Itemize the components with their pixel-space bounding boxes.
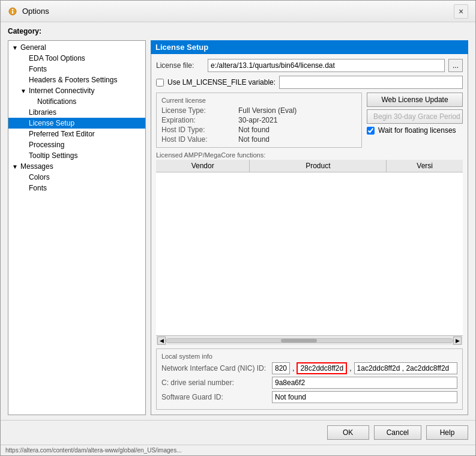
col-vendor: Vendor	[156, 160, 250, 172]
wait-checkbox[interactable]	[367, 127, 375, 135]
bottom-buttons: OK Cancel Help	[1, 420, 475, 445]
web-license-btn[interactable]: Web License Update	[367, 93, 463, 107]
sidebar-item-colors[interactable]: Colors	[8, 172, 145, 183]
sidebar-label-notif: Notifications	[37, 97, 76, 106]
sidebar-item-libraries[interactable]: Libraries	[8, 107, 145, 118]
svg-point-1	[12, 8, 13, 10]
sidebar-item-general[interactable]: ▼ General	[8, 42, 145, 53]
host-id-value: Not found	[238, 135, 357, 144]
current-license-title: Current license	[161, 97, 357, 104]
sidebar-item-notifications[interactable]: Notifications	[8, 96, 145, 107]
drive-value[interactable]	[272, 377, 457, 389]
sidebar-item-processing[interactable]: Processing	[8, 139, 145, 150]
license-buttons: Web License Update Begin 30-day Grace Pe…	[367, 93, 463, 148]
sidebar-item-internet-connectivity[interactable]: ▼ Internet Connectivity	[8, 85, 145, 96]
sidebar-item-eda-tool-options[interactable]: EDA Tool Options	[8, 53, 145, 64]
status-bar: https://altera.com/content/dam/altera-ww…	[1, 445, 475, 455]
license-file-row: License file: ...	[156, 59, 463, 72]
local-info-section: Local system info Network Interface Card…	[156, 348, 463, 410]
browse-button[interactable]: ...	[448, 59, 463, 72]
nic-separator-1: ,	[292, 364, 294, 372]
sidebar-label-tooltip: Tooltip Settings	[29, 151, 77, 160]
category-label: Category:	[8, 27, 468, 35]
sidebar-label-fonts-msg: Fonts	[29, 184, 47, 192]
license-file-label: License file:	[156, 61, 204, 70]
expand-icon-messages: ▼	[12, 163, 18, 170]
local-info-title: Local system info	[161, 353, 457, 360]
sidebar-label-internet: Internet Connectivity	[29, 87, 94, 95]
scrollbar-thumb[interactable]	[281, 339, 317, 342]
lm-checkbox[interactable]	[156, 79, 164, 87]
nic-value-1: 820	[272, 362, 290, 374]
sidebar-item-fonts-general[interactable]: Fonts	[8, 64, 145, 74]
sidebar-item-messages[interactable]: ▼ Messages	[8, 161, 145, 172]
table-body	[156, 172, 463, 335]
license-file-input[interactable]	[208, 59, 445, 72]
table-title: Licensed AMPP/MegaCore functions:	[156, 151, 463, 159]
grace-period-btn[interactable]: Begin 30-day Grace Period	[367, 109, 463, 124]
host-id-type-value: Not found	[238, 126, 357, 134]
nic-separator-2: ,	[349, 364, 351, 372]
sidebar-label-processing: Processing	[29, 141, 64, 149]
table-outer: Vendor Product Versi ◀ ▶	[156, 160, 463, 345]
col-version: Versi	[387, 160, 463, 172]
title-bar-left: Options	[8, 7, 49, 16]
host-id-type-label: Host ID Type:	[161, 126, 233, 134]
sidebar-item-preferred-text-editor[interactable]: Preferred Text Editor	[8, 129, 145, 139]
expand-icon-general: ▼	[12, 44, 18, 51]
col-product: Product	[250, 160, 387, 172]
current-license-section: Current license License Type: Full Versi…	[156, 93, 362, 148]
drive-row: C: drive serial number:	[161, 377, 457, 389]
wait-checkbox-label: Wait for floating licenses	[378, 126, 456, 135]
license-info-grid: License Type: Full Version (Eval) Expira…	[161, 106, 357, 144]
license-type-value: Full Version (Eval)	[238, 106, 357, 115]
scroll-right-btn[interactable]: ▶	[453, 336, 462, 345]
wait-checkbox-row: Wait for floating licenses	[367, 126, 463, 135]
status-text: https://altera.com/content/dam/altera-ww…	[5, 447, 181, 454]
expiration-label: Expiration:	[161, 116, 233, 124]
panel-header: License Setup	[151, 40, 468, 54]
nic-label: Network Interface Card (NIC) ID:	[161, 364, 270, 372]
help-button[interactable]: Help	[426, 425, 468, 440]
expiration-value: 30-apr-2021	[238, 116, 357, 124]
sidebar-item-headers-footers[interactable]: Headers & Footers Settings	[8, 74, 145, 85]
lm-value-input[interactable]	[279, 76, 463, 89]
dialog-icon	[8, 7, 17, 16]
sidebar-item-fonts-messages[interactable]: Fonts	[8, 183, 145, 193]
nic-value-2: 28c2ddc8ff2d	[297, 362, 347, 374]
sidebar-label-eda: EDA Tool Options	[29, 54, 85, 62]
current-license-area: Current license License Type: Full Versi…	[156, 93, 463, 148]
panel-body: License file: ... Use LM_LICENSE_FILE va…	[151, 54, 468, 415]
table-head: Vendor Product Versi	[156, 160, 463, 172]
cancel-button[interactable]: Cancel	[374, 425, 421, 440]
sidebar-label-license: License Setup	[29, 119, 74, 127]
scroll-left-btn[interactable]: ◀	[157, 336, 166, 345]
sidebar-label-libraries: Libraries	[29, 108, 56, 117]
host-id-value-label: Host ID Value:	[161, 135, 233, 144]
sidebar-label-text-editor: Preferred Text Editor	[29, 130, 95, 138]
right-panel: License Setup License file: ... Use LM_L…	[151, 40, 468, 415]
sidebar-label-messages: Messages	[20, 162, 53, 171]
svg-rect-2	[12, 11, 13, 14]
license-type-label: License Type:	[161, 106, 233, 115]
scrollbar-row: ◀ ▶	[156, 335, 463, 345]
sidebar-label-colors: Colors	[29, 173, 50, 181]
sidebar-label-fonts-general: Fonts	[29, 65, 47, 73]
software-guard-value[interactable]	[272, 391, 457, 403]
software-guard-label: Software Guard ID:	[161, 393, 270, 401]
software-guard-row: Software Guard ID:	[161, 391, 457, 403]
lm-checkbox-label: Use LM_LICENSE_FILE variable:	[167, 78, 276, 87]
ok-button[interactable]: OK	[327, 425, 369, 440]
sidebar-item-tooltip-settings[interactable]: Tooltip Settings	[8, 150, 145, 161]
drive-label: C: drive serial number:	[161, 378, 270, 387]
sidebar: ▼ General EDA Tool Options Fonts Headers…	[8, 40, 146, 415]
nic-row: Network Interface Card (NIC) ID: 820 , 2…	[161, 362, 457, 374]
scrollbar-track[interactable]	[166, 338, 453, 343]
sidebar-item-license-setup[interactable]: License Setup	[8, 118, 145, 129]
sidebar-label-general: General	[20, 43, 46, 52]
close-button[interactable]: ×	[454, 4, 468, 19]
lm-checkbox-row: Use LM_LICENSE_FILE variable:	[156, 76, 463, 89]
dialog-window: Options × Category: ▼ General EDA Tool O…	[0, 0, 476, 456]
nic-value-3: 1ac2ddc8ff2d , 2ac2ddc8ff2d	[354, 362, 457, 374]
dialog-content: Category: ▼ General EDA Tool Options Fon…	[1, 22, 475, 420]
